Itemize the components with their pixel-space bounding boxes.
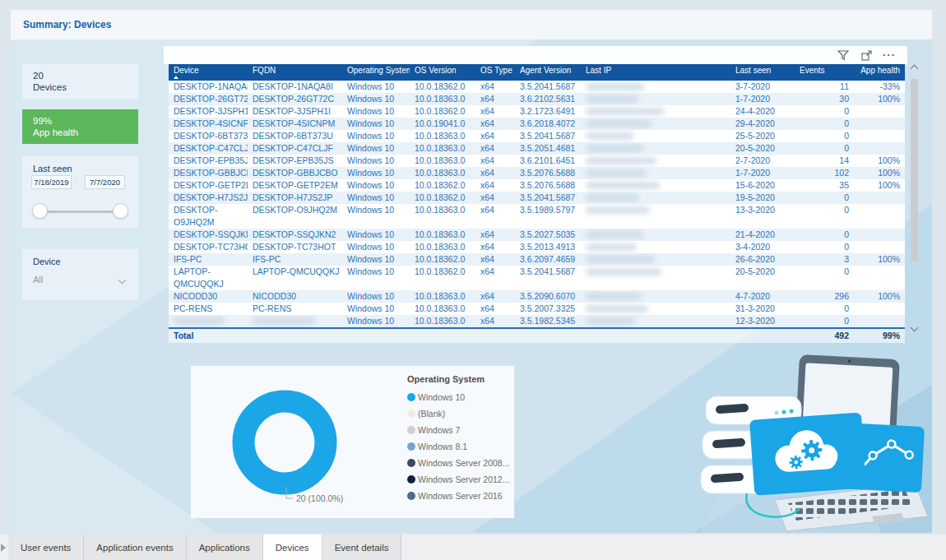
redacted-value — [586, 108, 665, 115]
table-row[interactable]: DESKTOP-4SICNPMDESKTOP-4SICNPMWindows 10… — [169, 118, 905, 130]
legend-item[interactable]: Windows 8.1 — [407, 438, 509, 455]
legend-title: Operating System — [407, 374, 509, 384]
kpi-devices-card: 20 Devices — [22, 64, 138, 99]
column-header-events[interactable]: Events — [795, 64, 856, 81]
chart-legend: Operating System Windows 10(Blank)Window… — [407, 374, 509, 504]
legend-dot-icon — [407, 442, 415, 451]
tab-devices[interactable]: Devices — [263, 535, 322, 560]
devices-table: DeviceFQDNOperating SystemOS VersionOS T… — [169, 64, 905, 343]
redacted-value — [586, 157, 656, 164]
last-seen-start-input[interactable]: 7/18/2019 — [31, 175, 72, 189]
donut-data-label: 20 (100.0%) — [296, 493, 343, 503]
table-row[interactable]: DESKTOP-O9JHQ2MDESKTOP-O9JHQ2MWindows 10… — [169, 204, 905, 229]
redacted-value — [586, 231, 643, 238]
redacted-value — [586, 120, 652, 127]
legend-dot-icon — [407, 410, 415, 418]
redacted-value — [586, 95, 638, 103]
legend-dot-icon — [407, 492, 415, 500]
redacted-value — [586, 206, 650, 214]
focus-mode-icon[interactable] — [860, 49, 873, 62]
tab-event-details[interactable]: Event details — [322, 535, 402, 560]
total-row: Total 492 99% — [169, 328, 905, 343]
device-slicer-label: Device — [22, 249, 138, 266]
redacted-value — [586, 145, 643, 152]
last-seen-slicer: Last seen 7/18/2019 7/7/2020 — [22, 156, 138, 228]
table-row[interactable]: IFS-PCIFS-PCWindows 1010.0.18362.0x643.6… — [169, 253, 905, 266]
table-header-row: DeviceFQDNOperating SystemOS VersionOS T… — [169, 64, 905, 81]
kpi-app-health-label: App health — [33, 127, 138, 138]
redacted-value — [586, 194, 638, 201]
legend-item[interactable]: Windows 10 — [407, 389, 509, 405]
tab-application-events[interactable]: Application events — [84, 535, 186, 560]
redacted-value — [586, 83, 645, 90]
kpi-app-health-card: 99% App health — [22, 109, 138, 144]
cloud-gears-panel — [749, 412, 866, 495]
table-row[interactable]: DESKTOP-GBBJCBODESKTOP-GBBJCBOWindows 10… — [169, 167, 905, 179]
column-header-ost[interactable]: OS Type — [475, 64, 515, 81]
redacted-value — [586, 317, 635, 325]
legend-item[interactable]: (Blank) — [407, 405, 509, 422]
donut-plot[interactable]: 20 (100.0%) — [191, 366, 405, 518]
more-options-icon[interactable]: ··· — [883, 49, 896, 62]
sort-ascending-icon — [174, 76, 179, 79]
report-canvas: 20 Devices 99% App health Last seen 7/18… — [11, 39, 932, 533]
table-scrollbar[interactable] — [909, 62, 920, 334]
table-row[interactable]: NICODD30NICODD30Windows 1010.0.18363.0x6… — [169, 290, 905, 303]
legend-item[interactable]: Windows 7 — [407, 422, 509, 438]
report-page-tabs: User eventsApplication eventsApplication… — [0, 535, 946, 560]
scroll-down-icon[interactable] — [911, 324, 919, 332]
table-row[interactable]: DESKTOP-1NAQA8IDESKTOP-1NAQA8IWindows 10… — [169, 81, 905, 93]
table-row[interactable]: DESKTOP-TC73HOTDESKTOP-TC73HOTWindows 10… — [169, 241, 905, 253]
last-seen-end-input[interactable]: 7/7/2020 — [85, 175, 125, 189]
date-range-handle-end[interactable] — [113, 203, 128, 219]
column-header-device[interactable]: Device — [169, 64, 248, 81]
date-range-track[interactable] — [40, 211, 120, 213]
legend-dot-icon — [407, 393, 415, 401]
table-row[interactable]: DESKTOP-3JSPH1IDESKTOP-3JSPH1IWindows 10… — [169, 105, 905, 118]
devices-illustration — [699, 345, 928, 533]
redacted-value — [586, 182, 660, 189]
column-header-seen[interactable]: Last seen — [730, 64, 795, 81]
table-row[interactable]: DESKTOP-EPB35JSDESKTOP-EPB35JSWindows 10… — [169, 155, 905, 167]
column-header-os[interactable]: Operating System — [342, 64, 410, 81]
chevron-down-icon[interactable] — [118, 276, 127, 285]
tab-user-events[interactable]: User events — [8, 535, 84, 560]
redacted-value — [586, 169, 647, 177]
total-events: 492 — [795, 328, 856, 343]
column-header-osv[interactable]: OS Version — [410, 64, 475, 81]
legend-item[interactable]: Windows Server 2016 — [407, 488, 509, 504]
redacted-value — [253, 317, 315, 325]
report-header: Summary: Devices — [11, 10, 932, 39]
table-row[interactable]: DESKTOP-26GT72CDESKTOP-26GT72CWindows 10… — [169, 93, 905, 105]
device-dropdown[interactable]: All — [33, 275, 43, 285]
column-header-health[interactable]: App health — [856, 64, 905, 81]
redacted-value — [586, 293, 642, 300]
legend-item[interactable]: Windows Server 2008... — [407, 455, 509, 471]
scroll-up-icon[interactable] — [911, 65, 919, 73]
column-header-ip[interactable]: Last IP — [581, 64, 730, 81]
scrollbar-thumb[interactable] — [911, 79, 918, 261]
page-nav-icon[interactable] — [0, 535, 8, 560]
legend-dot-icon — [407, 426, 415, 434]
donut-slice-windows10[interactable] — [243, 401, 326, 484]
device-table-body: DESKTOP-1NAQA8IDESKTOP-1NAQA8IWindows 10… — [169, 81, 905, 327]
visual-toolbar: ··· — [164, 46, 907, 64]
table-row[interactable]: PC-RENSPC-RENSWindows 1010.0.18363.0x643… — [169, 303, 905, 315]
date-range-handle-start[interactable] — [32, 203, 48, 219]
table-row[interactable]: DESKTOP-H7JS2JPDESKTOP-H7JS2JPWindows 10… — [169, 192, 905, 204]
column-header-agent[interactable]: Agent Version — [515, 64, 581, 81]
redacted-value — [586, 268, 661, 275]
tab-applications[interactable]: Applications — [187, 535, 263, 560]
table-row[interactable]: Windows 1010.0.18363.0x643.5.1982.534512… — [169, 315, 905, 327]
legend-dot-icon — [407, 459, 415, 467]
table-row[interactable]: LAPTOP-QMCUQQKJLAPTOP-QMCUQQKJWindows 10… — [169, 266, 905, 290]
legend-item[interactable]: Windows Server 2012... — [407, 471, 509, 488]
filter-icon[interactable] — [837, 49, 850, 62]
redacted-value — [174, 317, 225, 325]
column-header-fqdn[interactable]: FQDN — [248, 64, 342, 81]
table-row[interactable]: DESKTOP-C47CLJFDESKTOP-C47CLJFWindows 10… — [169, 142, 905, 155]
table-row[interactable]: DESKTOP-SSQJKN2DESKTOP-SSQJKN2Windows 10… — [169, 229, 905, 241]
table-row[interactable]: DESKTOP-GETP2EMDESKTOP-GETP2EMWindows 10… — [169, 179, 905, 192]
table-row[interactable]: DESKTOP-6BT373UDESKTOP-6BT373UWindows 10… — [169, 130, 905, 142]
kpi-devices-value: 20 — [33, 70, 138, 81]
